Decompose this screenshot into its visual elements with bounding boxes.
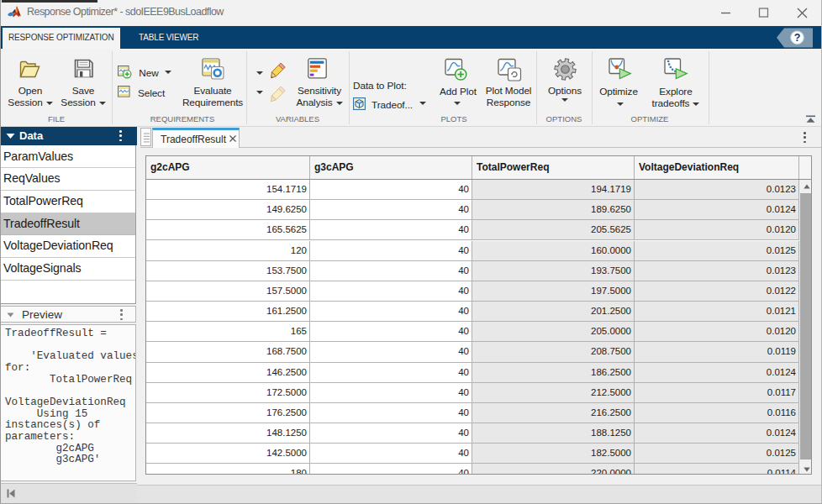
svg-text:?: ? (794, 32, 801, 44)
